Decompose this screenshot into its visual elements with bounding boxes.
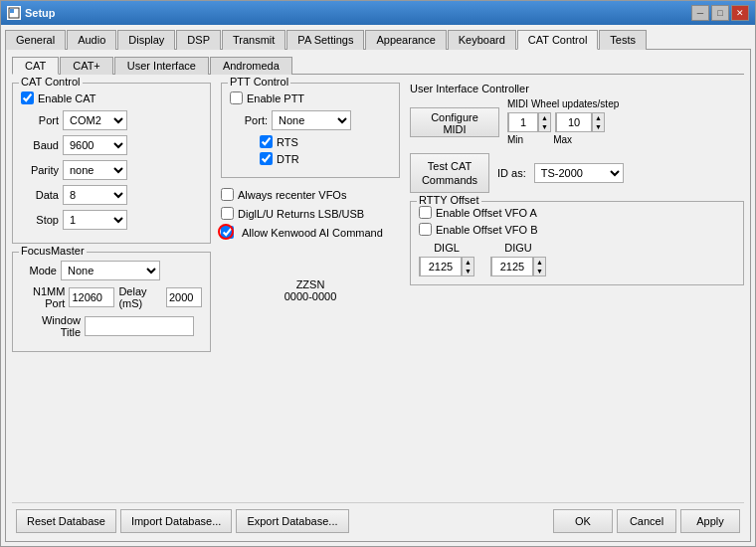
digu-label: DIGU bbox=[504, 242, 532, 254]
min-down-button[interactable]: ▼ bbox=[538, 122, 550, 131]
digu-column: DIGU ▲ ▼ bbox=[490, 242, 546, 276]
digu-spinner: ▲ ▼ bbox=[490, 257, 546, 276]
cat-control-group: CAT Control Enable CAT Port COM2 bbox=[12, 83, 211, 244]
bottom-bar: Reset Database Import Database... Export… bbox=[12, 502, 744, 535]
bottom-right-buttons: OK Cancel Apply bbox=[553, 509, 740, 533]
enable-cat-checkbox[interactable] bbox=[21, 91, 34, 104]
port-label: Port bbox=[21, 114, 59, 126]
middle-column: PTT Control Enable PTT Port: None bbox=[221, 83, 400, 502]
ptt-port-select[interactable]: None bbox=[272, 110, 351, 130]
ok-button[interactable]: OK bbox=[553, 509, 613, 533]
maximize-button[interactable]: □ bbox=[711, 5, 729, 21]
data-label: Data bbox=[21, 189, 59, 201]
cat-port-select[interactable]: COM2 bbox=[63, 110, 127, 130]
minimize-button[interactable]: ─ bbox=[691, 5, 709, 21]
enable-ptt-checkbox[interactable] bbox=[230, 91, 243, 104]
n1mm-port-input[interactable] bbox=[69, 287, 114, 307]
bottom-left-buttons: Reset Database Import Database... Export… bbox=[16, 509, 349, 533]
svg-rect-1 bbox=[10, 9, 14, 13]
zzsn-box: ZZSN 0000-0000 bbox=[221, 278, 400, 302]
tab-pa-settings[interactable]: PA Settings bbox=[286, 30, 364, 50]
configure-midi-row: Configure MIDI MIDI Wheel updates/step ▲… bbox=[410, 98, 744, 145]
digl-returns-checkbox[interactable] bbox=[221, 207, 234, 220]
mode-label: Mode bbox=[21, 265, 57, 276]
tab-display[interactable]: Display bbox=[117, 30, 175, 50]
stop-select[interactable]: 1 bbox=[63, 210, 127, 230]
tab-tests[interactable]: Tests bbox=[599, 30, 647, 50]
delay-input[interactable] bbox=[166, 287, 202, 307]
tab-cat-control[interactable]: CAT Control bbox=[517, 30, 599, 50]
left-column: CAT Control Enable CAT Port COM2 bbox=[12, 83, 211, 502]
configure-midi-button[interactable]: Configure MIDI bbox=[410, 107, 499, 137]
digl-value-input[interactable] bbox=[420, 257, 462, 276]
sub-tab-user-interface[interactable]: User Interface bbox=[114, 57, 209, 75]
zzsn-label: ZZSN bbox=[221, 278, 400, 290]
baud-select[interactable]: 9600 bbox=[63, 135, 127, 155]
tab-transmit[interactable]: Transmit bbox=[222, 30, 285, 50]
focus-master-label: FocusMaster bbox=[19, 245, 87, 257]
digu-down-button[interactable]: ▼ bbox=[533, 267, 545, 275]
min-label: Min bbox=[507, 134, 523, 145]
max-label: Max bbox=[553, 134, 572, 145]
window-title: Setup bbox=[25, 7, 56, 19]
min-value-input[interactable] bbox=[508, 112, 538, 132]
parity-label: Parity bbox=[21, 164, 59, 176]
tab-appearance[interactable]: Appearance bbox=[365, 30, 446, 50]
enable-cat-label: Enable CAT bbox=[38, 92, 96, 104]
zzsn-value: 0000-0000 bbox=[221, 290, 400, 302]
import-database-button[interactable]: Import Database... bbox=[120, 509, 233, 533]
apply-button[interactable]: Apply bbox=[680, 509, 740, 533]
focus-master-group: FocusMaster Mode None N1MM Port Delay (m… bbox=[12, 252, 211, 352]
digu-up-button[interactable]: ▲ bbox=[533, 258, 545, 267]
midi-wheel-section: MIDI Wheel updates/step ▲ ▼ bbox=[507, 98, 619, 145]
digl-label: DIGL bbox=[434, 242, 460, 254]
test-cat-button[interactable]: Test CAT Commands bbox=[410, 153, 489, 193]
max-down-button[interactable]: ▼ bbox=[592, 122, 604, 131]
tab-dsp[interactable]: DSP bbox=[176, 30, 221, 50]
digu-value-input[interactable] bbox=[491, 257, 533, 276]
rts-label: RTS bbox=[277, 136, 298, 148]
export-database-button[interactable]: Export Database... bbox=[236, 509, 348, 533]
test-cat-row: Test CAT Commands ID as: TS-2000 TS-480 … bbox=[410, 153, 744, 193]
mode-select[interactable]: None bbox=[61, 261, 160, 280]
ptt-control-label: PTT Control bbox=[228, 76, 290, 88]
ptt-port-label: Port: bbox=[230, 114, 268, 126]
max-up-button[interactable]: ▲ bbox=[592, 113, 604, 122]
dtr-checkbox[interactable] bbox=[260, 152, 273, 165]
enable-offset-vfo-a-checkbox[interactable] bbox=[419, 206, 432, 219]
cancel-button[interactable]: Cancel bbox=[617, 509, 676, 533]
enable-offset-vfo-a-label: Enable Offset VFO A bbox=[436, 207, 537, 219]
digl-down-button[interactable]: ▼ bbox=[462, 267, 473, 275]
extra-checkboxes: Always recenter VFOs DiglL/U Returns LSB… bbox=[221, 188, 400, 239]
always-recenter-checkbox[interactable] bbox=[221, 188, 234, 201]
tab-keyboard[interactable]: Keyboard bbox=[448, 30, 516, 50]
ptt-control-group: PTT Control Enable PTT Port: None bbox=[221, 83, 400, 178]
tab-audio[interactable]: Audio bbox=[67, 30, 116, 50]
rtty-offset-group: RTTY Offset Enable Offset VFO A Enable O… bbox=[410, 201, 744, 285]
data-select[interactable]: 8 bbox=[63, 185, 127, 205]
id-as-select[interactable]: TS-2000 TS-480 TS-590 bbox=[534, 163, 624, 183]
tab-general[interactable]: General bbox=[5, 30, 66, 50]
id-as-label: ID as: bbox=[497, 167, 526, 179]
reset-database-button[interactable]: Reset Database bbox=[16, 509, 116, 533]
max-value-input[interactable] bbox=[556, 112, 592, 132]
sub-tab-andromeda[interactable]: Andromeda bbox=[210, 57, 292, 75]
delay-label: Delay (mS) bbox=[118, 285, 162, 309]
digl-up-button[interactable]: ▲ bbox=[462, 258, 473, 267]
main-tab-bar: General Audio Display DSP Transmit PA Se… bbox=[5, 29, 751, 50]
rts-checkbox[interactable] bbox=[260, 135, 273, 148]
sub-tab-cat-plus[interactable]: CAT+ bbox=[60, 57, 113, 75]
close-button[interactable]: ✕ bbox=[731, 5, 749, 21]
min-up-button[interactable]: ▲ bbox=[538, 113, 550, 122]
window-title-label: Window Title bbox=[21, 314, 81, 338]
window-title-input[interactable] bbox=[85, 316, 194, 336]
parity-select[interactable]: none bbox=[63, 160, 127, 180]
min-spinner: ▲ ▼ bbox=[507, 112, 551, 132]
highlight-circle bbox=[218, 224, 234, 240]
sub-tab-cat[interactable]: CAT bbox=[12, 57, 59, 75]
rtty-offset-label: RTTY Offset bbox=[417, 194, 481, 206]
enable-offset-vfo-b-checkbox[interactable] bbox=[419, 223, 432, 236]
digl-returns-label: DiglL/U Returns LSB/USB bbox=[238, 208, 364, 220]
ui-controller-section: User Interface Controller Configure MIDI… bbox=[410, 83, 744, 145]
allow-kenwood-label: Allow Kenwood AI Command bbox=[242, 227, 383, 239]
